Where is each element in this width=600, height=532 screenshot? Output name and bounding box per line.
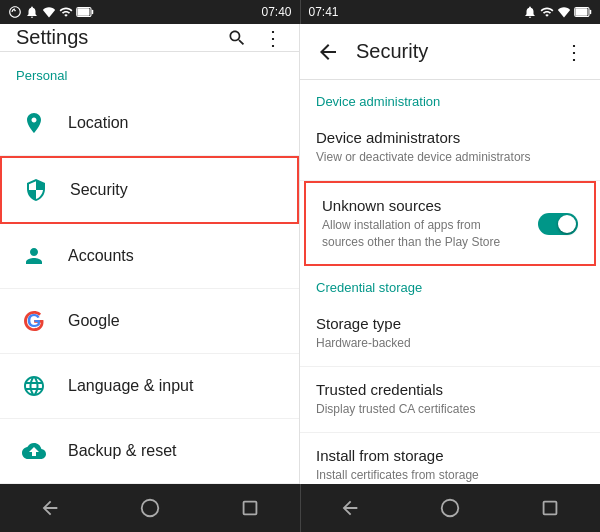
- more-options-icon[interactable]: ⋮: [263, 26, 283, 50]
- settings-title: Settings: [16, 26, 88, 49]
- right-more-icon[interactable]: ⋮: [564, 40, 584, 64]
- credential-storage-label: Credential storage: [300, 266, 600, 301]
- unknown-sources-subtitle: Allow installation of apps from sources …: [322, 217, 526, 251]
- bottom-nav: [0, 484, 600, 532]
- right-nav-section: [300, 484, 601, 532]
- device-admins-subtitle: View or deactivate device administrators: [316, 149, 584, 166]
- sidebar-item-location[interactable]: Location: [0, 91, 299, 156]
- sidebar-item-backup[interactable]: Backup & reset: [0, 419, 299, 484]
- language-label: Language & input: [68, 377, 193, 395]
- status-bars: 07:40 07:41: [0, 0, 600, 24]
- right-back-button[interactable]: [330, 488, 370, 528]
- backup-label: Backup & reset: [68, 442, 177, 460]
- unknown-sources-item[interactable]: Unknown sources Allow installation of ap…: [304, 181, 596, 267]
- sidebar-item-accounts[interactable]: Accounts: [0, 224, 299, 289]
- left-nav-section: [0, 484, 300, 532]
- right-recents-button[interactable]: [530, 488, 570, 528]
- unknown-sources-row: Unknown sources Allow installation of ap…: [322, 197, 578, 251]
- install-storage-title: Install from storage: [316, 447, 584, 464]
- install-storage-item[interactable]: Install from storage Install certificate…: [300, 433, 600, 484]
- svg-point-8: [442, 500, 459, 517]
- recents-nav-button[interactable]: [230, 488, 270, 528]
- unknown-sources-text: Unknown sources Allow installation of ap…: [322, 197, 526, 251]
- trusted-creds-subtitle: Display trusted CA certificates: [316, 401, 584, 418]
- right-content: Device administration Device administrat…: [300, 80, 600, 484]
- left-status-icons: [8, 5, 94, 19]
- device-admins-item[interactable]: Device administrators View or deactivate…: [300, 115, 600, 181]
- svg-rect-9: [544, 502, 557, 515]
- unknown-sources-title: Unknown sources: [322, 197, 526, 214]
- device-admin-label: Device administration: [300, 80, 600, 115]
- search-icon[interactable]: [227, 28, 247, 48]
- svg-rect-7: [243, 502, 256, 515]
- trusted-creds-title: Trusted credentials: [316, 381, 584, 398]
- right-panel: Security ⋮ Device administration Device …: [300, 24, 600, 484]
- svg-point-6: [141, 500, 158, 517]
- svg-rect-2: [92, 10, 94, 15]
- security-page-title: Security: [356, 40, 548, 63]
- location-label: Location: [68, 114, 129, 132]
- device-admins-title: Device administrators: [316, 129, 584, 146]
- personal-section: Personal Location Security Acc: [0, 52, 299, 484]
- security-icon: [18, 172, 54, 208]
- sidebar-item-language[interactable]: Language & input: [0, 354, 299, 419]
- location-icon: [16, 105, 52, 141]
- language-icon: [16, 368, 52, 404]
- right-status-bar: 07:41: [300, 0, 601, 24]
- accounts-label: Accounts: [68, 247, 134, 265]
- personal-label: Personal: [0, 52, 299, 91]
- back-nav-button[interactable]: [30, 488, 70, 528]
- home-nav-button[interactable]: [130, 488, 170, 528]
- unknown-sources-toggle[interactable]: [538, 213, 578, 235]
- main-content: Settings ⋮ Personal Location: [0, 24, 600, 484]
- accounts-icon: [16, 238, 52, 274]
- storage-type-subtitle: Hardware-backed: [316, 335, 584, 352]
- left-panel: Settings ⋮ Personal Location: [0, 24, 300, 484]
- storage-type-item[interactable]: Storage type Hardware-backed: [300, 301, 600, 367]
- security-label: Security: [70, 181, 128, 199]
- left-time: 07:40: [261, 5, 291, 19]
- sidebar-item-google[interactable]: G Google: [0, 289, 299, 354]
- left-toolbar: Settings ⋮: [0, 24, 299, 52]
- sidebar-item-security[interactable]: Security: [0, 156, 299, 224]
- backup-icon: [16, 433, 52, 469]
- left-status-bar: 07:40: [0, 0, 300, 24]
- storage-type-title: Storage type: [316, 315, 584, 332]
- google-label: Google: [68, 312, 120, 330]
- right-status-icons: [523, 5, 592, 19]
- trusted-creds-item[interactable]: Trusted credentials Display trusted CA c…: [300, 367, 600, 433]
- svg-rect-5: [590, 10, 592, 15]
- right-toolbar: Security ⋮: [300, 24, 600, 80]
- svg-rect-4: [576, 8, 588, 16]
- back-icon[interactable]: [316, 40, 340, 64]
- right-home-button[interactable]: [430, 488, 470, 528]
- toolbar-icons: ⋮: [227, 26, 283, 50]
- svg-rect-1: [78, 8, 90, 16]
- google-icon: G: [16, 303, 52, 339]
- install-storage-subtitle: Install certificates from storage: [316, 467, 584, 484]
- right-time: 07:41: [309, 5, 339, 19]
